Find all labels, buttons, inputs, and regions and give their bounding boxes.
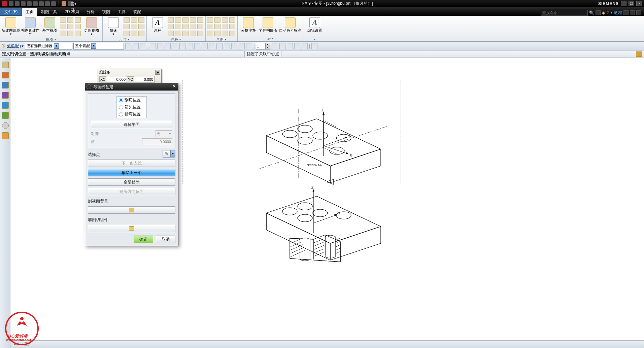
small-btn[interactable]	[67, 24, 73, 29]
small-btn[interactable]	[67, 17, 73, 23]
gear-icon[interactable]	[87, 84, 91, 89]
small-btn[interactable]	[229, 31, 235, 36]
close-button[interactable]: ✕	[636, 1, 642, 6]
small-btn[interactable]	[207, 31, 213, 36]
small-btn[interactable]	[229, 17, 235, 23]
small-btn[interactable]	[182, 24, 189, 29]
small-btn[interactable]	[138, 17, 144, 23]
small-btn[interactable]	[131, 17, 137, 23]
qat-copy-icon[interactable]	[33, 1, 38, 6]
rail-part-navigator-icon[interactable]	[2, 62, 9, 68]
small-btn[interactable]	[207, 17, 213, 23]
tracking-close-button[interactable]: ▣	[155, 70, 160, 75]
tab-analysis[interactable]: 分析	[83, 8, 98, 16]
help-dd-icon[interactable]: ▼	[610, 11, 613, 14]
small-btn[interactable]	[75, 31, 81, 36]
radio-cut-pos[interactable]: 剖切位置	[117, 97, 146, 104]
small-btn[interactable]	[207, 24, 213, 29]
opt-icon[interactable]	[216, 43, 223, 49]
opt-icon[interactable]	[311, 43, 317, 49]
small-btn[interactable]	[124, 17, 130, 23]
base-view-button[interactable]: 基本视图	[40, 16, 59, 32]
parts-list-button[interactable]: 零件明细表	[259, 16, 277, 32]
small-btn[interactable]	[138, 24, 144, 29]
small-btn[interactable]	[214, 17, 221, 23]
tab-view[interactable]: 视图	[98, 8, 114, 16]
edit-settings-button[interactable]: A编辑设置	[305, 16, 324, 32]
small-btn[interactable]	[75, 24, 81, 29]
qat-window-icon[interactable]	[62, 1, 66, 6]
small-btn[interactable]	[182, 31, 189, 36]
auto-balloon-button[interactable]: 自动符号标注	[278, 16, 302, 32]
small-btn[interactable]	[131, 31, 137, 36]
small-btn[interactable]	[60, 17, 66, 23]
note-button[interactable]: A注释	[148, 16, 167, 32]
small-btn[interactable]	[60, 24, 66, 29]
opt-icon[interactable]	[133, 43, 139, 49]
qat-redo-icon[interactable]	[21, 1, 26, 6]
tab-assembly[interactable]: 装配	[129, 8, 145, 16]
small-btn[interactable]	[190, 31, 196, 36]
line-weight-spin[interactable]: ▲▼	[256, 43, 271, 49]
command-finder-input[interactable]	[541, 10, 588, 16]
small-btn[interactable]	[131, 24, 137, 29]
opt-icon[interactable]	[125, 43, 131, 49]
small-btn[interactable]	[190, 24, 196, 29]
opt-icon[interactable]	[157, 43, 163, 49]
dialog-titlebar[interactable]: 截面线创建 ✕	[85, 83, 178, 91]
small-btn[interactable]	[197, 24, 203, 29]
qat-paste-icon[interactable]	[39, 1, 44, 6]
ok-button[interactable]: 确定	[134, 236, 153, 243]
next-spline-button[interactable]: 下一条支线	[88, 160, 175, 167]
small-btn[interactable]	[168, 17, 174, 23]
assembly-scope-combo[interactable]: 整个装配▼	[73, 43, 124, 49]
radio-bend-pos[interactable]: 折弯位置	[117, 111, 146, 118]
small-btn[interactable]	[168, 31, 174, 36]
table-note-button[interactable]: 表格注释	[239, 16, 258, 32]
opt-icon[interactable]	[279, 43, 285, 49]
tab-drafting-tools[interactable]: 制图工具	[37, 8, 61, 16]
dialog-close-button[interactable]: ✕	[171, 84, 177, 90]
small-btn[interactable]	[222, 31, 228, 36]
small-btn[interactable]	[67, 31, 73, 36]
non-section-button[interactable]	[88, 225, 175, 232]
opt-icon[interactable]	[202, 43, 208, 49]
rail-hd3d-icon[interactable]	[2, 102, 9, 109]
opt-icon[interactable]	[246, 43, 252, 49]
tab-tools[interactable]: 工具	[114, 8, 129, 16]
window-menu[interactable]: 窗口	[68, 1, 73, 6]
qat-undo-icon[interactable]	[15, 1, 20, 6]
opt-icon[interactable]	[224, 43, 230, 49]
tab-2d-layout[interactable]: 2D 布局	[61, 8, 83, 16]
small-btn[interactable]	[190, 17, 196, 23]
opt-icon[interactable]	[165, 43, 171, 49]
small-btn[interactable]	[214, 24, 221, 29]
small-btn[interactable]	[214, 31, 221, 36]
yc-input[interactable]	[134, 76, 155, 83]
opt-icon[interactable]	[231, 43, 237, 49]
tab-home[interactable]: 主页	[22, 8, 37, 16]
qat-cut-icon[interactable]	[27, 1, 32, 6]
small-btn[interactable]	[222, 24, 228, 29]
maximize-button[interactable]: ☐	[629, 1, 634, 6]
opt-icon[interactable]	[172, 43, 178, 49]
cancel-button[interactable]: 取消	[156, 236, 175, 243]
minimize-button[interactable]: —	[621, 1, 626, 6]
small-btn[interactable]	[175, 31, 181, 36]
small-btn[interactable]	[75, 17, 81, 23]
small-btn[interactable]	[138, 31, 144, 36]
menu-button[interactable]: 菜单(M) ▾	[7, 43, 24, 49]
rail-browser-icon[interactable]	[2, 112, 9, 119]
tracking-bar[interactable]: 跟踪条▣ XC YC	[98, 69, 162, 84]
opt-icon[interactable]	[287, 43, 293, 49]
opt-icon[interactable]	[187, 43, 193, 49]
small-btn[interactable]	[60, 31, 66, 36]
help-icon[interactable]: ?	[606, 10, 609, 15]
remove-all-button[interactable]: 全部移除	[88, 178, 175, 186]
rail-roles-icon[interactable]	[2, 132, 9, 139]
small-btn[interactable]	[124, 24, 130, 29]
opt-icon[interactable]	[272, 43, 278, 49]
rail-reuse-library-icon[interactable]	[2, 92, 9, 99]
opt-icon[interactable]	[140, 43, 146, 49]
opt-icon[interactable]	[294, 43, 300, 49]
